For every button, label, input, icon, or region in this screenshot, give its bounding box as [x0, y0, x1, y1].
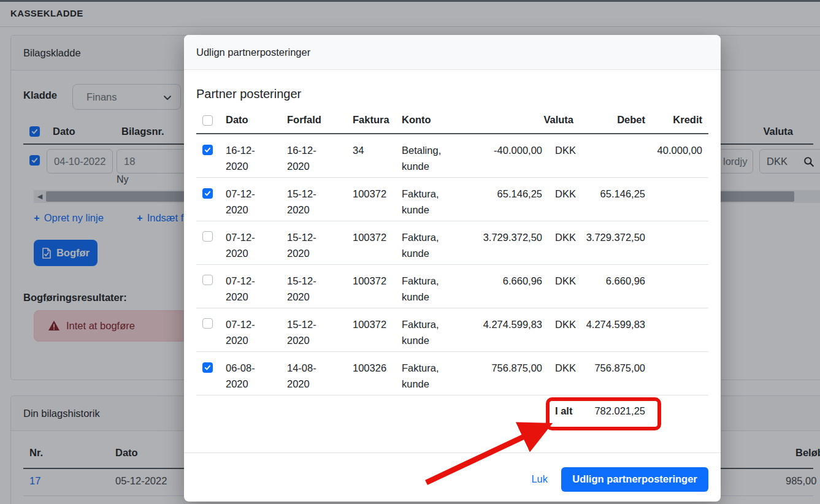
col-forfald: Forfald: [282, 114, 348, 126]
cell-currency: DKK: [542, 229, 577, 261]
cell-amount: 756.875,00: [466, 360, 542, 392]
cell-currency: DKK: [542, 142, 577, 174]
partner-posting-row: 07-12-202015-12-2020100372Faktura,kunde3…: [196, 221, 708, 265]
col-kredit: Kredit: [645, 114, 708, 126]
check-icon: [204, 364, 212, 372]
cell-currency: DKK: [542, 186, 577, 218]
cell-forfald: 15-12-2020: [282, 229, 348, 261]
modal-body: Partner posteringer Dato Forfald Faktura…: [184, 70, 721, 432]
total-label: I alt: [542, 405, 577, 432]
cell-debet: 756.875,00: [577, 360, 645, 392]
cell-faktura: 100372: [348, 186, 397, 218]
modal-title: Udlign partnerposteringer: [196, 47, 310, 58]
partner-table-header: Dato Forfald Faktura Konto Valuta Debet …: [196, 114, 708, 134]
modal-header: Udlign partnerposteringer: [184, 35, 721, 70]
cell-debet: 65.146,25: [577, 186, 645, 218]
cell-faktura: 100326: [348, 360, 397, 392]
screen: KASSEKLADDE Bilagskladde Kladde Finans D…: [0, 0, 820, 504]
cell-amount: 6.660,96: [466, 273, 542, 305]
cell-dato: 06-08-2020: [221, 360, 282, 392]
cell-debet: [577, 142, 645, 174]
cell-dato: 16-12-2020: [221, 142, 282, 174]
modal-footer: Luk Udlign partnerposteringer: [184, 452, 721, 502]
partner-posting-row: 07-12-202015-12-2020100372Faktura,kunde4…: [196, 308, 708, 352]
cell-faktura: 100372: [348, 273, 397, 305]
cell-konto: Betaling,kunde: [397, 142, 466, 174]
col-dato: Dato: [221, 114, 282, 126]
partner-posteringer-heading: Partner posteringer: [196, 87, 708, 101]
cell-amount: -40.000,00: [466, 142, 542, 174]
cell-faktura: 34: [348, 142, 397, 174]
cell-faktura: 100372: [348, 229, 397, 261]
cell-dato: 07-12-2020: [221, 229, 282, 261]
cell-currency: DKK: [542, 360, 577, 392]
cell-forfald: 15-12-2020: [282, 316, 348, 348]
select-all-postings-checkbox[interactable]: [202, 115, 213, 126]
luk-link[interactable]: Luk: [531, 473, 548, 485]
cell-faktura: 100372: [348, 316, 397, 348]
partner-posting-row: 16-12-202016-12-202034Betaling,kunde-40.…: [196, 134, 708, 178]
partner-posting-row: 07-12-202015-12-2020100372Faktura,kunde6…: [196, 265, 708, 308]
cell-debet: 3.729.372,50: [577, 229, 645, 261]
col-faktura: Faktura: [348, 114, 397, 126]
partner-table-rows: 16-12-202016-12-202034Betaling,kunde-40.…: [196, 134, 708, 395]
check-icon: [204, 189, 212, 197]
cell-konto: Faktura,kunde: [397, 229, 466, 261]
cell-amount: 65.146,25: [466, 186, 542, 218]
partner-posting-row: 06-08-202014-08-2020100326Faktura,kunde7…: [196, 352, 708, 395]
cell-kredit: 40.000,00: [645, 142, 708, 174]
partner-posting-row: 07-12-202015-12-2020100372Faktura,kunde6…: [196, 178, 708, 221]
cell-kredit: [645, 186, 708, 218]
posting-checkbox[interactable]: [202, 275, 213, 285]
check-icon: [204, 146, 212, 154]
cell-forfald: 15-12-2020: [282, 186, 348, 218]
cell-forfald: 16-12-2020: [282, 142, 348, 174]
posting-checkbox[interactable]: [202, 145, 213, 155]
cell-debet: 4.274.599,83: [577, 316, 645, 348]
cell-amount: 3.729.372,50: [466, 229, 542, 261]
cell-konto: Faktura,kunde: [397, 316, 466, 348]
posting-checkbox[interactable]: [202, 231, 213, 242]
col-debet: Debet: [577, 114, 645, 126]
cell-forfald: 14-08-2020: [282, 360, 348, 392]
col-valuta: Valuta: [542, 114, 577, 126]
col-konto: Konto: [397, 114, 466, 126]
cell-dato: 07-12-2020: [221, 186, 282, 218]
total-value: 782.021,25: [577, 405, 645, 432]
posting-checkbox[interactable]: [202, 188, 213, 199]
cell-amount: 4.274.599,83: [466, 316, 542, 348]
posting-checkbox[interactable]: [202, 362, 213, 373]
cell-forfald: 15-12-2020: [282, 273, 348, 305]
cell-kredit: [645, 360, 708, 392]
cell-dato: 07-12-2020: [221, 316, 282, 348]
cell-currency: DKK: [542, 316, 577, 348]
cell-debet: 6.660,96: [577, 273, 645, 305]
cell-kredit: [645, 273, 708, 305]
cell-konto: Faktura,kunde: [397, 273, 466, 305]
cell-konto: Faktura,kunde: [397, 186, 466, 218]
cell-dato: 07-12-2020: [221, 273, 282, 305]
total-row: I alt 782.021,25: [196, 395, 708, 432]
cell-kredit: [645, 316, 708, 348]
udlign-submit-button[interactable]: Udlign partnerposteringer: [561, 467, 708, 492]
cell-kredit: [645, 229, 708, 261]
cell-currency: DKK: [542, 273, 577, 305]
posting-checkbox[interactable]: [202, 318, 213, 329]
udlign-modal: Udlign partnerposteringer Partner poster…: [184, 35, 721, 502]
cell-konto: Faktura,kunde: [397, 360, 466, 392]
